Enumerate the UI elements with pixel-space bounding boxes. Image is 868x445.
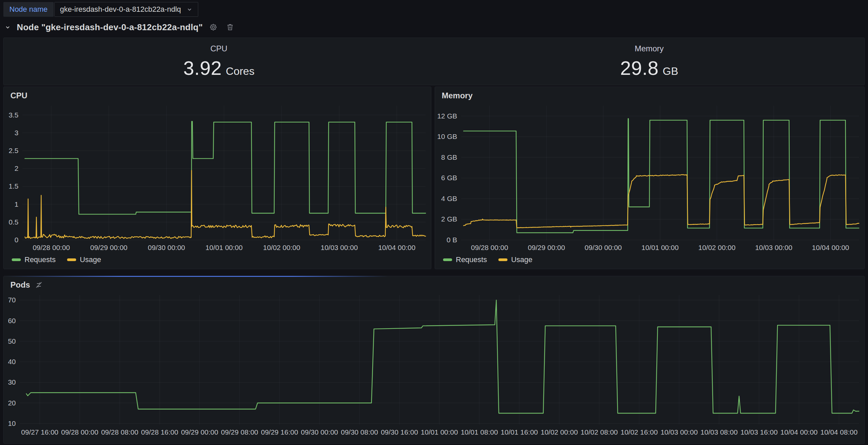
y-tick-label: 20 — [8, 399, 16, 407]
x-tick-label: 10/03 00:00 — [755, 244, 792, 251]
x-tick-label: 09/30 00:00 — [585, 244, 622, 251]
y-tick-label: 40 — [8, 358, 16, 365]
row-collapse-chevron-icon[interactable] — [3, 23, 12, 32]
cpu-panel: CPU 00.511.522.533.509/28 00:0009/29 00:… — [3, 87, 431, 269]
stats-panel: CPU 3.92 Cores Memory 29.8 GB — [3, 37, 865, 85]
x-tick-label: 09/28 00:00 — [61, 428, 98, 436]
memory-panel: Memory 0 B2 GB4 GB6 GB8 GB10 GB12 GB09/2… — [435, 87, 865, 269]
x-tick-label: 09/28 16:00 — [141, 428, 179, 436]
x-tick-label: 10/01 00:00 — [421, 428, 458, 436]
stat-cpu-title: CPU — [210, 44, 227, 53]
x-tick-label: 09/29 00:00 — [90, 244, 127, 251]
y-tick-label: 1 — [14, 200, 19, 208]
y-tick-label: 3 — [14, 129, 19, 137]
dashboard-row-header: Node "gke-iresdash-dev-0-a-812cb22a-ndlq… — [3, 20, 236, 35]
x-tick-label: 10/03 00:00 — [660, 428, 698, 436]
x-tick-label: 10/03 00:00 — [321, 244, 358, 251]
y-tick-label: 1.5 — [9, 182, 19, 190]
memory-chart[interactable]: 0 B2 GB4 GB6 GB8 GB10 GB12 GB09/28 00:00… — [435, 102, 864, 254]
y-tick-label: 4 GB — [441, 195, 457, 202]
gear-icon — [209, 23, 218, 32]
x-tick-label: 09/29 00:00 — [181, 428, 218, 436]
y-tick-label: 3.5 — [9, 111, 19, 119]
y-tick-label: 0.5 — [9, 218, 19, 226]
x-tick-label: 10/01 08:00 — [461, 428, 498, 436]
stat-memory: Memory 29.8 GB — [434, 38, 864, 85]
x-tick-label: 10/02 08:00 — [581, 428, 618, 436]
x-tick-label: 10/01 00:00 — [642, 244, 679, 251]
y-tick-label: 0 B — [446, 236, 457, 244]
y-tick-label: 6 GB — [441, 174, 457, 182]
y-tick-label: 8 GB — [441, 153, 457, 161]
x-tick-label: 10/03 08:00 — [701, 428, 738, 436]
y-tick-label: 0 — [14, 236, 19, 244]
y-tick-label: 2 GB — [441, 215, 457, 223]
stat-cpu: CPU 3.92 Cores — [4, 38, 434, 85]
x-tick-label: 10/04 00:00 — [378, 244, 415, 251]
x-tick-label: 10/02 00:00 — [541, 428, 578, 436]
x-tick-label: 09/28 08:00 — [101, 428, 138, 436]
legend-item-usage[interactable]: Usage — [498, 256, 533, 264]
x-tick-label: 09/29 00:00 — [528, 244, 565, 251]
legend-item-requests[interactable]: Requests — [12, 256, 56, 264]
row-delete-button[interactable] — [224, 21, 236, 33]
x-tick-label: 10/02 00:00 — [263, 244, 300, 251]
y-tick-label: 70 — [8, 296, 16, 304]
x-tick-label: 09/30 08:00 — [341, 428, 378, 436]
x-tick-label: 09/30 16:00 — [381, 428, 418, 436]
cpu-legend: RequestsUsage — [4, 254, 431, 264]
chevron-down-icon — [186, 6, 192, 12]
legend-pill — [498, 259, 507, 261]
y-tick-label: 2 — [14, 165, 19, 172]
series-line-pods — [26, 300, 859, 413]
legend-label: Usage — [80, 256, 101, 264]
x-tick-label: 10/04 08:00 — [820, 428, 858, 436]
x-tick-label: 10/04 00:00 — [812, 244, 849, 251]
legend-pill — [443, 259, 452, 261]
pods-panel-title[interactable]: Pods — [10, 280, 30, 290]
legend-pill — [12, 259, 21, 261]
pods-panel: Pods 1020304050607009/27 16:0009/28 00:0… — [3, 276, 865, 444]
legend-item-usage[interactable]: Usage — [67, 256, 101, 264]
series-line-usage — [464, 175, 859, 228]
node-name-dropdown[interactable]: gke-iresdash-dev-0-a-812cb22a-ndlq — [54, 2, 198, 17]
row-settings-button[interactable] — [207, 21, 219, 33]
x-tick-label: 09/29 16:00 — [261, 428, 298, 436]
sync-slash-icon — [35, 281, 43, 289]
y-tick-label: 30 — [8, 378, 16, 386]
pods-chart[interactable]: 1020304050607009/27 16:0009/28 00:0009/2… — [4, 291, 864, 438]
panel-loading-indicator — [6, 276, 388, 277]
cpu-chart[interactable]: 00.511.522.533.509/28 00:0009/29 00:0009… — [4, 102, 431, 254]
x-tick-label: 10/02 00:00 — [698, 244, 736, 251]
legend-label: Usage — [511, 256, 533, 264]
cpu-panel-title[interactable]: CPU — [10, 91, 28, 100]
x-tick-label: 09/27 16:00 — [21, 428, 58, 436]
y-tick-label: 2.5 — [9, 147, 19, 154]
x-tick-label: 10/01 00:00 — [206, 244, 243, 251]
stat-cpu-unit: Cores — [226, 65, 254, 78]
x-tick-label: 09/29 08:00 — [221, 428, 258, 436]
y-tick-label: 60 — [8, 317, 16, 325]
x-tick-label: 09/30 00:00 — [148, 244, 185, 251]
series-line-requests — [25, 121, 426, 214]
x-tick-label: 10/04 00:00 — [780, 428, 818, 436]
stat-memory-unit: GB — [663, 65, 678, 78]
x-tick-label: 09/30 00:00 — [301, 428, 338, 436]
x-tick-label: 09/28 00:00 — [471, 244, 508, 251]
stat-cpu-value: 3.92 — [183, 57, 222, 79]
variable-label: Node name — [3, 2, 54, 17]
stat-memory-title: Memory — [634, 44, 664, 53]
variable-label-text: Node name — [9, 5, 48, 14]
x-tick-label: 10/01 16:00 — [501, 428, 538, 436]
legend-item-requests[interactable]: Requests — [443, 256, 487, 264]
legend-pill — [67, 259, 76, 261]
memory-legend: RequestsUsage — [435, 254, 864, 264]
legend-label: Requests — [25, 256, 56, 264]
legend-label: Requests — [456, 256, 487, 264]
memory-panel-title[interactable]: Memory — [442, 91, 472, 100]
row-title[interactable]: Node "gke-iresdash-dev-0-a-812cb22a-ndlq… — [17, 22, 203, 33]
variable-bar: Node name gke-iresdash-dev-0-a-812cb22a-… — [3, 2, 198, 17]
node-name-value: gke-iresdash-dev-0-a-812cb22a-ndlq — [60, 5, 181, 14]
y-tick-label: 10 — [8, 419, 16, 427]
stat-memory-value: 29.8 — [620, 57, 659, 79]
